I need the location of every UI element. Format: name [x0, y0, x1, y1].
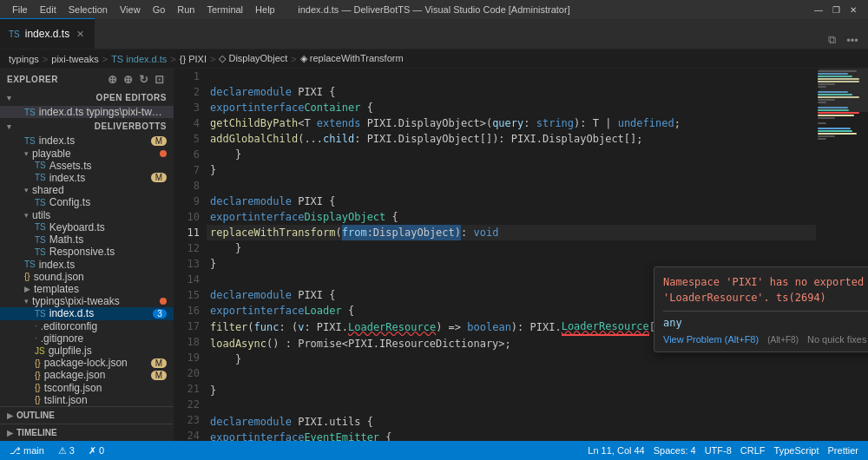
- minimize-button[interactable]: —: [811, 3, 826, 16]
- eol[interactable]: CRLF: [738, 445, 768, 456]
- eol-label: CRLF: [740, 445, 766, 456]
- no-quick-fix-label: No quick fixes available: [807, 334, 868, 345]
- timeline-header[interactable]: ▶ TIMELINE: [0, 424, 174, 441]
- menu-run[interactable]: Run: [172, 3, 200, 16]
- sidebar-item-sound-json[interactable]: {} sound.json: [0, 271, 174, 283]
- sidebar-item-typings-pixi-tweaks[interactable]: ▾ typings\pixi-tweaks: [0, 295, 174, 307]
- encoding-label: UTF-8: [705, 445, 732, 456]
- tab-index-d-ts[interactable]: TS index.d.ts ✕: [0, 18, 95, 49]
- sidebar-item-templates[interactable]: ▶ templates: [0, 283, 174, 295]
- explorer-header[interactable]: EXPLORER ⊕ ⊕ ↻ ⊡: [0, 69, 174, 89]
- menu-terminal[interactable]: Terminal: [202, 3, 249, 16]
- breadcrumb-pixi[interactable]: {} PIXI: [180, 54, 207, 64]
- menu-view[interactable]: View: [115, 3, 146, 16]
- popup-divider: [663, 311, 868, 312]
- deliverbotts-arrow: ▾: [7, 122, 12, 131]
- outline-label: OUTLINE: [16, 411, 55, 420]
- cursor-position[interactable]: Ln 11, Col 44: [585, 445, 647, 456]
- breadcrumb-displayobject[interactable]: ◇ DisplayObject: [219, 53, 287, 64]
- sidebar-item-assets-ts[interactable]: TS Assets.ts: [0, 160, 174, 172]
- sidebar-item-config-ts[interactable]: TS Config.ts: [0, 196, 174, 208]
- status-branch[interactable]: ⎇ main: [7, 441, 47, 460]
- refresh-icon[interactable]: ↻: [137, 72, 151, 86]
- menu-selection[interactable]: Selection: [63, 3, 113, 16]
- window-title: index.d.ts — DeliverBotTS — Visual Studi…: [298, 4, 569, 15]
- line-8: [207, 178, 816, 194]
- open-editor-label: index.d.ts typings\pixi-twe... 3: [39, 106, 167, 118]
- cursor-position-label: Ln 11, Col 44: [588, 445, 644, 456]
- sidebar-item-tsconfig-json[interactable]: {} tsconfig.json: [0, 382, 174, 394]
- sidebar-item-math-ts[interactable]: TS Math.ts: [0, 233, 174, 246]
- deliverbotts-header[interactable]: ▾ DELIVERBOTTS: [0, 118, 174, 135]
- sidebar-item-gulpfile-js[interactable]: JS gulpfile.js: [0, 345, 174, 357]
- warning-count: 0: [99, 445, 104, 456]
- popup-shortcut: (Alt+F8): [767, 335, 799, 345]
- line-21: }: [207, 383, 816, 398]
- line-20: [207, 367, 816, 383]
- popup-error-text: Namespace 'PIXI' has no exported member …: [663, 274, 868, 306]
- maximize-button[interactable]: ❐: [828, 3, 844, 16]
- view-problem-link[interactable]: View Problem (Alt+F8): [663, 334, 759, 345]
- minimap: [816, 69, 868, 441]
- line-7: }: [207, 162, 816, 178]
- more-actions-button[interactable]: •••: [844, 31, 861, 49]
- breadcrumb-method[interactable]: ◈ replaceWithTransform: [300, 53, 404, 64]
- sidebar-item-index-d-ts[interactable]: TS index.d.ts 3: [0, 307, 174, 319]
- outline-section: ▶ OUTLINE: [0, 406, 174, 424]
- formatter[interactable]: Prettier: [825, 445, 861, 456]
- formatter-label: Prettier: [828, 445, 858, 456]
- sidebar-item-utils[interactable]: ▾ utils: [0, 209, 174, 221]
- status-warnings[interactable]: ✗ 0: [86, 441, 107, 460]
- sidebar-item-package-lock-json[interactable]: {} package-lock.json M: [0, 357, 174, 369]
- menu-edit[interactable]: Edit: [35, 3, 62, 16]
- tab-label: index.d.ts: [25, 28, 69, 40]
- sidebar-item-keyboard-ts[interactable]: TS Keyboard.ts: [0, 221, 174, 233]
- menu-file[interactable]: File: [7, 3, 33, 16]
- close-button[interactable]: ✕: [845, 3, 861, 16]
- main-area: EXPLORER ⊕ ⊕ ↻ ⊡ ▾ OPEN EDITORS TS index…: [0, 69, 868, 441]
- sidebar-item-editorconfig[interactable]: · .editorconfig: [0, 320, 174, 332]
- line-3: export interface Container {: [207, 100, 816, 115]
- sidebar-item-index-ts-playable[interactable]: TS index.ts M: [0, 172, 174, 184]
- indentation[interactable]: Spaces: 4: [651, 445, 699, 456]
- sidebar-item-package-json[interactable]: {} package.json M: [0, 369, 174, 381]
- code-area[interactable]: 12345 678910 1112131415 1617181920 21222…: [174, 69, 868, 441]
- menu-go[interactable]: Go: [148, 3, 171, 16]
- line-6: }: [207, 147, 816, 162]
- branch-label: main: [23, 445, 44, 456]
- status-errors[interactable]: ⚠ 3: [56, 441, 77, 460]
- editor-area: 12345 678910 1112131415 1617181920 21222…: [174, 69, 868, 441]
- breadcrumb-pixi-tweaks[interactable]: pixi-tweaks: [51, 54, 98, 64]
- sidebar-item-playable[interactable]: ▾ playable: [0, 147, 174, 159]
- split-editor-button[interactable]: ⧉: [823, 31, 840, 49]
- minimap-content: [816, 69, 868, 142]
- breadcrumb-file[interactable]: TS index.d.ts: [111, 54, 167, 64]
- sidebar-item-responsive-ts[interactable]: TS Responsive.ts: [0, 246, 174, 258]
- line-2: declare module PIXI {: [207, 84, 816, 100]
- open-editors-header[interactable]: ▾ OPEN EDITORS: [0, 89, 174, 106]
- tab-bar: TS index.d.ts ✕ ⧉ •••: [0, 19, 868, 49]
- collapse-all-icon[interactable]: ⊡: [153, 72, 167, 86]
- sidebar-item-shared[interactable]: ▾ shared: [0, 184, 174, 196]
- new-file-icon[interactable]: ⊕: [106, 72, 120, 86]
- window-controls: — ❐ ✕: [811, 3, 861, 16]
- outline-header[interactable]: ▶ OUTLINE: [0, 407, 174, 424]
- ts-icon: TS: [9, 30, 20, 39]
- language-mode[interactable]: TypeScript: [772, 445, 822, 456]
- sidebar-item-index-ts-root[interactable]: TS index.ts M: [0, 135, 174, 147]
- new-folder-icon[interactable]: ⊕: [122, 72, 135, 86]
- breadcrumb-typings[interactable]: typings: [9, 54, 39, 64]
- line-23: declare module PIXI.utils {: [207, 414, 816, 430]
- sidebar-item-gitignore[interactable]: · .gitignore: [0, 332, 174, 345]
- branch-icon: ⎇: [10, 445, 21, 457]
- tab-close-button[interactable]: ✕: [75, 28, 86, 41]
- menu-help[interactable]: Help: [250, 3, 280, 16]
- line-10: export interface DisplayObject {: [207, 209, 816, 225]
- code-editor[interactable]: declare module PIXI { export interface C…: [207, 69, 816, 441]
- open-editor-index-d-ts[interactable]: TS index.d.ts typings\pixi-twe... 3: [0, 106, 174, 118]
- open-editors-label: OPEN EDITORS: [96, 93, 167, 102]
- popup-actions: View Problem (Alt+F8) (Alt+F8) No quick …: [663, 334, 868, 345]
- sidebar-item-tslint-json[interactable]: {} tslint.json: [0, 394, 174, 406]
- encoding[interactable]: UTF-8: [702, 445, 734, 456]
- sidebar-item-index-ts-utils[interactable]: TS index.ts: [0, 258, 174, 270]
